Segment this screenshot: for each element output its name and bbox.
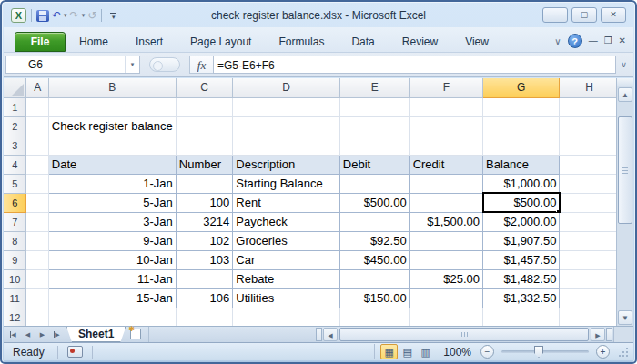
cell-B8[interactable]: 9-Jan: [48, 231, 176, 250]
row-header-9[interactable]: 9: [4, 250, 26, 269]
cell-H2[interactable]: [560, 116, 620, 136]
workbook-restore-icon[interactable]: ❐: [604, 35, 612, 46]
zoom-slider[interactable]: [501, 350, 589, 353]
workbook-close-icon[interactable]: ✕: [619, 35, 626, 46]
horizontal-scroll-track[interactable]: [339, 328, 590, 341]
cell-D10[interactable]: Rebate: [233, 269, 340, 288]
cell-G11[interactable]: $1,332.50: [483, 288, 560, 308]
cell-G12[interactable]: [483, 308, 560, 326]
cell-E6[interactable]: $500.00: [339, 193, 410, 212]
vertical-scroll-thumb[interactable]: [618, 116, 632, 224]
cell-B3[interactable]: [48, 136, 176, 155]
row-header-4[interactable]: 4: [4, 155, 26, 174]
sheet-tab-sheet1[interactable]: Sheet1: [66, 327, 126, 342]
cell-D3[interactable]: [233, 136, 340, 155]
cell-B1[interactable]: [48, 97, 176, 116]
cell-H6[interactable]: [560, 193, 620, 212]
cell-B12[interactable]: [48, 308, 176, 326]
cell-D9[interactable]: Car: [233, 250, 340, 269]
cell-F11[interactable]: [410, 288, 482, 308]
cell-H4[interactable]: [560, 155, 620, 174]
cell-B2[interactable]: Check register balance: [48, 116, 176, 136]
tab-review[interactable]: Review: [389, 32, 451, 52]
cell-D11[interactable]: Utilities: [233, 288, 340, 308]
tab-file[interactable]: File: [15, 32, 66, 52]
cell-F2[interactable]: [410, 116, 482, 136]
cell-A4[interactable]: [26, 155, 48, 174]
cell-B7[interactable]: 3-Jan: [48, 212, 176, 231]
cell-H9[interactable]: [560, 250, 620, 269]
minimize-ribbon-icon[interactable]: ∨: [554, 36, 561, 46]
cell-C3[interactable]: [176, 136, 232, 155]
maximize-button[interactable]: ▢: [571, 7, 597, 23]
cell-H10[interactable]: [560, 269, 620, 288]
cell-G3[interactable]: [483, 136, 560, 155]
column-header-G[interactable]: G: [483, 78, 560, 97]
split-handle[interactable]: [617, 78, 633, 86]
page-layout-view-icon[interactable]: ▤: [399, 344, 416, 359]
column-header-F[interactable]: F: [410, 78, 482, 97]
column-header-D[interactable]: D: [233, 78, 340, 97]
cell-E12[interactable]: [339, 308, 410, 326]
tab-view[interactable]: View: [451, 32, 502, 52]
cell-H1[interactable]: [560, 97, 620, 116]
row-header-8[interactable]: 8: [4, 231, 26, 250]
cell-G8[interactable]: $1,907.50: [483, 231, 560, 250]
cell-C2[interactable]: [176, 116, 232, 136]
cell-B4[interactable]: Date: [48, 155, 176, 174]
scroll-right-icon[interactable]: ▶: [591, 328, 605, 341]
cell-B6[interactable]: 5-Jan: [48, 193, 176, 212]
cell-A10[interactable]: [26, 269, 48, 288]
cell-C5[interactable]: [176, 174, 232, 193]
cell-G5[interactable]: $1,000.00: [483, 174, 560, 193]
zoom-in-icon[interactable]: +: [596, 345, 610, 359]
cell-B11[interactable]: 15-Jan: [48, 288, 176, 308]
fill-handle[interactable]: [556, 209, 560, 213]
cell-C12[interactable]: [176, 308, 232, 326]
row-header-3[interactable]: 3: [4, 136, 26, 155]
tab-insert[interactable]: Insert: [122, 32, 177, 52]
cell-G9[interactable]: $1,457.50: [483, 250, 560, 269]
cell-H12[interactable]: [560, 308, 620, 326]
cell-H7[interactable]: [560, 212, 620, 231]
cell-E10[interactable]: [339, 269, 410, 288]
zoom-slider-thumb[interactable]: [534, 346, 543, 358]
insert-function-icon[interactable]: fx: [189, 56, 213, 74]
cell-G2[interactable]: [483, 116, 560, 136]
cell-G7[interactable]: $2,000.00: [483, 212, 560, 231]
horizontal-scroll-thumb[interactable]: [339, 328, 589, 341]
cell-C4[interactable]: Number: [176, 155, 232, 174]
cell-A6[interactable]: [26, 193, 48, 212]
row-header-11[interactable]: 11: [4, 288, 26, 308]
cell-E11[interactable]: $150.00: [339, 288, 410, 308]
workbook-minimize-icon[interactable]: —: [589, 35, 598, 46]
page-break-view-icon[interactable]: ▥: [417, 344, 434, 359]
cell-D2[interactable]: [233, 116, 340, 136]
cell-G6[interactable]: $500.00: [483, 193, 560, 212]
cell-F1[interactable]: [410, 97, 482, 116]
cell-E1[interactable]: [339, 97, 410, 116]
cell-C6[interactable]: 100: [176, 193, 232, 212]
row-header-7[interactable]: 7: [4, 212, 26, 231]
cell-C7[interactable]: 3214: [176, 212, 232, 231]
row-header-12[interactable]: 12: [4, 308, 26, 326]
cell-D4[interactable]: Description: [233, 155, 340, 174]
help-icon[interactable]: ?: [568, 34, 582, 48]
scrollbar-split-handle[interactable]: [606, 328, 612, 341]
cell-A11[interactable]: [26, 288, 48, 308]
minimize-button[interactable]: —: [542, 7, 568, 23]
previous-sheet-icon[interactable]: ◀: [21, 329, 35, 341]
column-header-H[interactable]: H: [560, 78, 620, 97]
cell-G10[interactable]: $1,482.50: [483, 269, 560, 288]
column-header-E[interactable]: E: [339, 78, 410, 97]
tab-data[interactable]: Data: [338, 32, 388, 52]
normal-view-icon[interactable]: ▦: [380, 344, 398, 359]
cell-F7[interactable]: $1,500.00: [410, 212, 482, 231]
cell-F6[interactable]: [410, 193, 482, 212]
scroll-left-icon[interactable]: ◀: [323, 328, 338, 341]
next-sheet-icon[interactable]: ▶: [35, 329, 49, 341]
macro-record-icon[interactable]: [67, 346, 83, 358]
tab-page-layout[interactable]: Page Layout: [177, 32, 265, 52]
row-header-5[interactable]: 5: [4, 174, 26, 193]
cell-A5[interactable]: [26, 174, 48, 193]
